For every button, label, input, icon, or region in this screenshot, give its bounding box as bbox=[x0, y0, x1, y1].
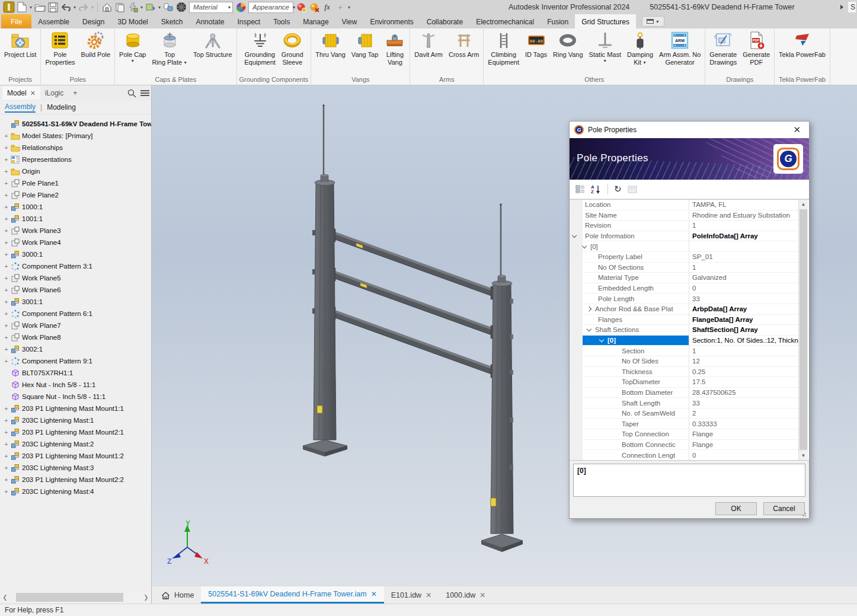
property-value[interactable]: Galvanized bbox=[689, 273, 798, 283]
ribbon-button-lifting-vang[interactable]: LiftingVang bbox=[381, 29, 408, 66]
property-row-bottom-connectic[interactable]: Bottom ConnecticFlange bbox=[570, 440, 798, 451]
expand-plus-icon[interactable]: + bbox=[2, 204, 10, 210]
expand-plus-icon[interactable]: + bbox=[2, 323, 10, 329]
ilogic-caret[interactable]: ▾ bbox=[139, 5, 144, 10]
expand-plus-icon[interactable]: + bbox=[2, 358, 10, 365]
property-value[interactable]: 17.5 bbox=[689, 377, 798, 388]
property-row-thickness[interactable]: Thickness0.25 bbox=[570, 367, 798, 378]
ribbon-display-toggle[interactable]: ▼ bbox=[642, 16, 664, 27]
dropdown-caret-icon[interactable]: ▼ bbox=[642, 60, 647, 65]
tree-item-component-pattern-9-1[interactable]: +Component Pattern 9:1 bbox=[2, 355, 151, 367]
ribbon-tab-environments[interactable]: Environments bbox=[363, 14, 420, 28]
ribbon-button-ground-sleeve[interactable]: GroundSleeve bbox=[279, 29, 306, 66]
ribbon-button-build-pole[interactable]: Build Pole bbox=[78, 29, 114, 59]
expand-plus-icon[interactable]: + bbox=[2, 477, 10, 483]
tree-item-1000-1[interactable]: +1000:1 bbox=[2, 201, 151, 213]
qat-add-button[interactable]: + bbox=[334, 1, 347, 13]
expand-plus-icon[interactable]: + bbox=[2, 133, 10, 139]
expand-plus-icon[interactable]: + bbox=[2, 145, 10, 151]
tree-item-pole-plane1[interactable]: +Pole Plane1 bbox=[2, 177, 151, 189]
property-row-pole-length[interactable]: Pole Length33 bbox=[570, 293, 798, 304]
dropdown-caret-icon[interactable]: ▼ bbox=[130, 59, 135, 63]
ribbon-button-damping-kit[interactable]: DampingKit▼ bbox=[624, 29, 656, 66]
component-button[interactable] bbox=[162, 1, 175, 13]
expand-plus-icon[interactable]: + bbox=[2, 180, 10, 187]
property-value[interactable]: 2 bbox=[689, 408, 798, 419]
tree-item-hex-nut-inch-5-8-11-1[interactable]: Hex Nut - Inch 5/8 - 11:1 bbox=[2, 379, 151, 391]
collapse-chevron-icon[interactable] bbox=[582, 243, 587, 248]
undo-button[interactable] bbox=[59, 1, 72, 13]
expand-plus-icon[interactable]: + bbox=[2, 168, 10, 175]
expand-plus-icon[interactable]: + bbox=[2, 429, 10, 436]
ribbon-button-tekla-powerfab[interactable]: Tekla PowerFab bbox=[776, 29, 829, 59]
browser-tab-ilogic[interactable]: iLogic bbox=[40, 87, 68, 100]
ribbon-tab-collaborate[interactable]: Collaborate bbox=[420, 14, 469, 28]
adjust-appearance-button[interactable] bbox=[295, 1, 308, 13]
expand-plus-icon[interactable]: + bbox=[2, 489, 10, 495]
tree-item-representations[interactable]: +Representations bbox=[2, 154, 151, 165]
copy-button[interactable] bbox=[113, 1, 126, 13]
expand-plus-icon[interactable]: + bbox=[2, 299, 10, 305]
expand-plus-icon[interactable]: + bbox=[2, 453, 10, 459]
tree-item-3002-1[interactable]: +3002:1 bbox=[2, 343, 151, 355]
property-value[interactable]: 12 bbox=[689, 356, 798, 367]
save-button[interactable] bbox=[46, 1, 59, 13]
property-value[interactable]: 33 bbox=[689, 398, 798, 408]
property-row-site-name[interactable]: Site NameRhodine and Estuary Substation bbox=[570, 210, 798, 221]
property-row-flanges[interactable]: FlangesFlangeData[] Array bbox=[570, 315, 798, 325]
undo-caret[interactable]: ▾ bbox=[72, 5, 77, 10]
property-row-no-of-sides[interactable]: No Of Sides12 bbox=[570, 356, 798, 367]
property-value[interactable] bbox=[689, 241, 798, 252]
expand-chevron-icon[interactable] bbox=[587, 307, 591, 311]
property-row-revision[interactable]: Revision1 bbox=[570, 221, 798, 231]
doc-tab-close-icon[interactable]: ✕ bbox=[426, 591, 431, 599]
scroll-thumb[interactable] bbox=[16, 593, 123, 602]
browser-tab-add[interactable]: + bbox=[68, 87, 82, 100]
ribbon-tab-manage[interactable]: Manage bbox=[296, 14, 335, 28]
property-row-shaft-length[interactable]: Shaft Length33 bbox=[570, 398, 798, 408]
property-row-no-of-seamweld[interactable]: No. of SeamWeld2 bbox=[570, 408, 798, 419]
ribbon-button-thru-vang[interactable]: Thru Vang bbox=[312, 29, 348, 59]
tree-item-203-p1-lightening-mast-mount1-1[interactable]: +203 P1 Lightening Mast Mount1:1 bbox=[2, 403, 151, 414]
tree-item-component-pattern-6-1[interactable]: +Component Pattern 6:1 bbox=[2, 308, 151, 320]
property-row-no-of-sections[interactable]: No Of Sections1 bbox=[570, 263, 798, 273]
property-value[interactable]: 0 bbox=[689, 450, 798, 461]
browser-tab-close-icon[interactable]: ✕ bbox=[30, 90, 36, 97]
property-value[interactable]: Rhodine and Estuary Substation bbox=[689, 210, 798, 221]
ribbon-button-arm-assm-no-generator[interactable]: ARMArm Assm. NoGenerator bbox=[656, 29, 703, 66]
property-row-bottom-diameter[interactable]: Bottom Diameter28.437500625 bbox=[570, 388, 798, 398]
property-row-embedded-length[interactable]: Embedded Length0 bbox=[570, 283, 798, 294]
tree-item-work-plane8[interactable]: +Work Plane8 bbox=[2, 331, 151, 343]
ribbon-tab-3d-model[interactable]: 3D Model bbox=[111, 14, 154, 28]
doc-tab-home[interactable]: Home bbox=[154, 586, 201, 604]
property-value[interactable]: PoleInfoData[] Array bbox=[689, 231, 798, 242]
expand-plus-icon[interactable]: + bbox=[2, 216, 10, 222]
ilogic-trigger-button[interactable] bbox=[126, 1, 139, 13]
ribbon-tab-assemble[interactable]: Assemble bbox=[31, 14, 76, 28]
ribbon-button-pole-cap[interactable]: Pole Cap▼ bbox=[116, 29, 149, 63]
expand-plus-icon[interactable]: + bbox=[2, 406, 10, 412]
ok-button[interactable]: OK bbox=[715, 502, 757, 515]
browser-menu-icon[interactable] bbox=[138, 90, 151, 97]
ribbon-button-davit-arm[interactable]: Davit Arm bbox=[411, 29, 446, 59]
collapse-chevron-icon[interactable] bbox=[599, 337, 604, 342]
property-value[interactable]: Section:1, No. Of Sides.:12, Thickne bbox=[689, 336, 798, 346]
scroll-track[interactable] bbox=[10, 592, 141, 602]
open-button[interactable] bbox=[33, 1, 46, 13]
property-value[interactable]: 28.437500625 bbox=[689, 388, 798, 398]
clear-appearance-button[interactable] bbox=[308, 1, 321, 13]
ribbon-button-generate-pdf[interactable]: PDFGeneratePDF bbox=[740, 29, 773, 66]
property-row-pole-information[interactable]: Pole InformationPoleInfoData[] Array bbox=[570, 231, 798, 242]
expand-plus-icon[interactable]: + bbox=[2, 311, 10, 317]
grid-scroll-thumb[interactable] bbox=[800, 209, 807, 450]
tree-item-203c-lightening-mast-3[interactable]: +203C Lightening Mast:3 bbox=[2, 462, 151, 474]
property-value[interactable]: 0.25 bbox=[689, 367, 798, 378]
dialog-close-icon[interactable]: ✕ bbox=[789, 125, 804, 135]
expand-plus-icon[interactable]: + bbox=[2, 240, 10, 246]
new-file-button[interactable] bbox=[15, 1, 28, 13]
parameters-fx-button[interactable]: fx bbox=[321, 1, 334, 13]
tree-root-item[interactable]: 5025541-S1-69kV Deadend H-Frame Tower bbox=[2, 118, 151, 130]
collapse-chevron-icon[interactable] bbox=[587, 327, 591, 331]
update-button[interactable] bbox=[144, 1, 157, 13]
mode-tab-modeling[interactable]: Modeling bbox=[47, 103, 76, 111]
